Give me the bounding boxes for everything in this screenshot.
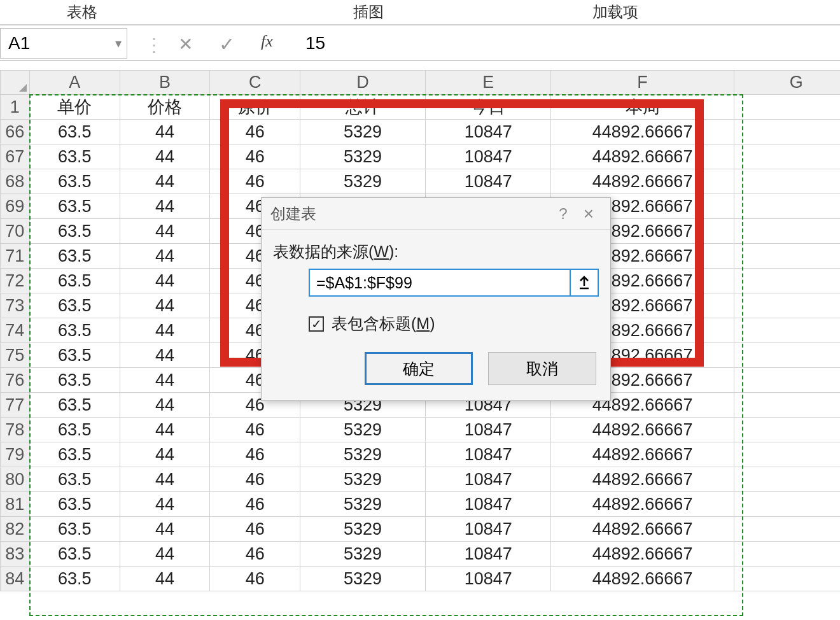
cancel-button[interactable]: 取消	[488, 352, 596, 385]
cell[interactable]: 63.5	[29, 442, 120, 467]
cell[interactable]: 44892.66667	[551, 517, 734, 542]
cell[interactable]: 46	[210, 442, 300, 467]
cell[interactable]: 63.5	[29, 418, 120, 442]
cell[interactable]: 5329	[300, 467, 425, 492]
cell[interactable]: 44892.66667	[551, 418, 734, 442]
ok-button[interactable]: 确定	[365, 352, 473, 385]
cell[interactable]: 63.5	[29, 517, 120, 542]
cell[interactable]: 44	[120, 269, 210, 293]
cell[interactable]	[734, 293, 840, 318]
cell[interactable]: 63.5	[29, 318, 120, 343]
cell[interactable]: 10847	[426, 492, 551, 517]
cell[interactable]: 5329	[300, 492, 425, 517]
select-all-cell[interactable]	[1, 71, 30, 95]
row-header[interactable]: 73	[1, 293, 30, 318]
row-header[interactable]: 81	[1, 492, 30, 517]
cell[interactable]: 44	[120, 368, 210, 393]
cell[interactable]: 44	[120, 517, 210, 542]
cell[interactable]	[734, 467, 840, 492]
cell[interactable]: 44	[120, 567, 210, 591]
cell[interactable]: 10847	[426, 567, 551, 591]
row-header[interactable]: 84	[1, 567, 30, 591]
close-icon[interactable]: ×	[576, 204, 601, 224]
cell[interactable]: 5329	[300, 120, 425, 144]
help-icon[interactable]: ?	[550, 205, 576, 223]
cell[interactable]: 5329	[300, 144, 425, 169]
cell[interactable]: 总计	[300, 95, 425, 120]
cell[interactable]: 63.5	[29, 269, 120, 293]
cell[interactable]: 5329	[300, 169, 425, 194]
cell[interactable]: 46	[210, 492, 300, 517]
cell[interactable]: 63.5	[29, 467, 120, 492]
cell[interactable]: 46	[210, 542, 300, 567]
cell[interactable]: 44	[120, 194, 210, 219]
cell[interactable]: 44	[120, 393, 210, 418]
cell[interactable]: 44	[120, 318, 210, 343]
cell[interactable]: 63.5	[29, 244, 120, 269]
cell[interactable]: 44	[120, 244, 210, 269]
cell[interactable]	[734, 144, 840, 169]
cell[interactable]	[734, 318, 840, 343]
cell[interactable]	[734, 120, 840, 144]
cell[interactable]: 44	[120, 219, 210, 244]
cell[interactable]: 5329	[300, 542, 425, 567]
cell[interactable]	[734, 542, 840, 567]
cell[interactable]	[734, 492, 840, 517]
cell[interactable]: 价格	[120, 95, 210, 120]
name-box[interactable]: A1 ▾	[0, 28, 127, 59]
row-header[interactable]: 66	[1, 120, 30, 144]
chevron-down-icon[interactable]: ▾	[115, 36, 122, 51]
cell[interactable]: 46	[210, 467, 300, 492]
cell[interactable]	[734, 194, 840, 219]
row-header[interactable]: 76	[1, 368, 30, 393]
cell[interactable]: 63.5	[29, 567, 120, 591]
cell[interactable]: 10847	[426, 144, 551, 169]
cell[interactable]: 63.5	[29, 144, 120, 169]
cell[interactable]: 44	[120, 542, 210, 567]
cell[interactable]	[734, 517, 840, 542]
cell[interactable]: 44	[120, 144, 210, 169]
cell[interactable]: 44892.66667	[551, 144, 734, 169]
row-header[interactable]: 80	[1, 467, 30, 492]
cell[interactable]: 63.5	[29, 219, 120, 244]
cell[interactable]	[734, 169, 840, 194]
confirm-icon[interactable]: ✓	[213, 31, 240, 57]
cell[interactable]	[734, 393, 840, 418]
cell[interactable]	[734, 244, 840, 269]
cell[interactable]: 63.5	[29, 542, 120, 567]
cell[interactable]	[734, 343, 840, 368]
cell[interactable]: 44	[120, 120, 210, 144]
cell[interactable]: 46	[210, 120, 300, 144]
fx-icon[interactable]: fx	[261, 32, 273, 51]
row-header[interactable]: 1	[1, 95, 30, 120]
cell[interactable]: 44	[120, 169, 210, 194]
row-header[interactable]: 75	[1, 343, 30, 368]
row-header[interactable]: 72	[1, 269, 30, 293]
cell[interactable]: 44	[120, 293, 210, 318]
cell[interactable]: 5329	[300, 517, 425, 542]
cell[interactable]: 44892.66667	[551, 120, 734, 144]
cell[interactable]: 63.5	[29, 293, 120, 318]
row-header[interactable]: 67	[1, 144, 30, 169]
collapse-dialog-icon[interactable]	[571, 269, 599, 297]
cell[interactable]: 5329	[300, 442, 425, 467]
cell[interactable]: 10847	[426, 418, 551, 442]
formula-input[interactable]	[299, 28, 840, 59]
row-header[interactable]: 71	[1, 244, 30, 269]
row-header[interactable]: 78	[1, 418, 30, 442]
cell[interactable]	[734, 219, 840, 244]
cell[interactable]: 63.5	[29, 194, 120, 219]
row-header[interactable]: 77	[1, 393, 30, 418]
cell[interactable]: 44	[120, 492, 210, 517]
cell[interactable]	[734, 368, 840, 393]
cell[interactable]: 46	[210, 418, 300, 442]
cell[interactable]: 10847	[426, 467, 551, 492]
cell[interactable]: 5329	[300, 567, 425, 591]
cell[interactable]: 44892.66667	[551, 567, 734, 591]
cell[interactable]	[734, 567, 840, 591]
cell[interactable]: 44892.66667	[551, 542, 734, 567]
cell[interactable]	[734, 442, 840, 467]
cell[interactable]: 46	[210, 517, 300, 542]
cell[interactable]: 46	[210, 169, 300, 194]
cell[interactable]: 原价	[210, 95, 300, 120]
